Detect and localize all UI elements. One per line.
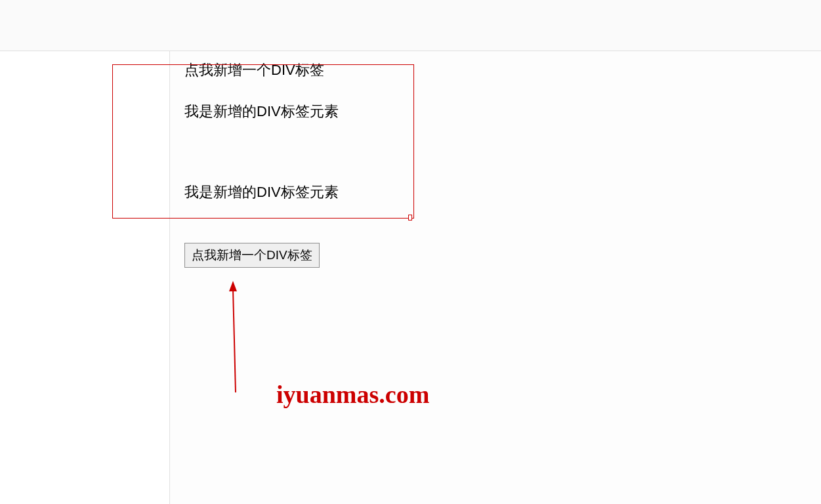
annotation-arrow-icon (226, 281, 240, 394)
add-div-button[interactable]: 点我新增一个DIV标签 (184, 243, 320, 268)
added-div-element-1: 我是新增的DIV标签元素 (184, 102, 339, 121)
added-div-element-2: 我是新增的DIV标签元素 (184, 182, 339, 202)
watermark-text: iyuanmas.com (276, 380, 429, 409)
svg-line-0 (233, 289, 236, 392)
annotation-resize-handle (408, 215, 412, 220)
svg-marker-1 (229, 281, 237, 291)
heading-text: 点我新增一个DIV标签 (184, 60, 324, 80)
top-bar (0, 0, 821, 51)
